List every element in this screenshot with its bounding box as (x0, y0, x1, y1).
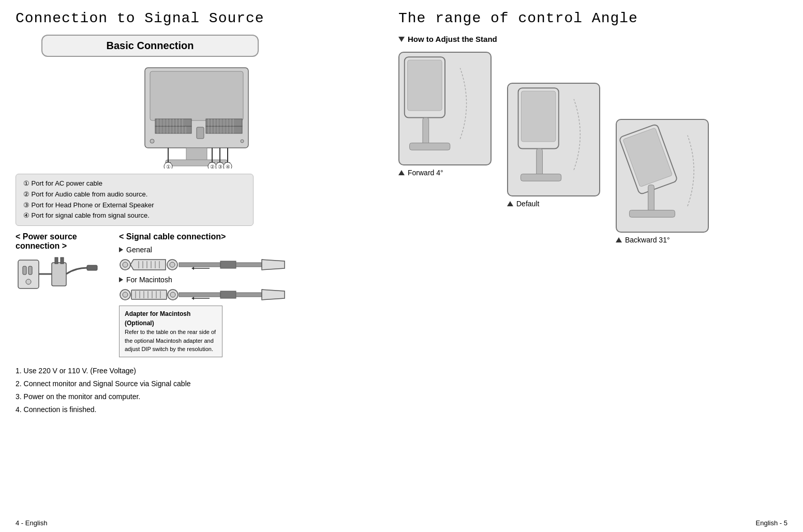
monitor-positions-container: Forward 4° (398, 52, 787, 244)
svg-rect-108 (408, 60, 442, 111)
default-svg (508, 84, 599, 195)
forward-monitor-view (398, 52, 492, 165)
triangle-up-icon-forward (398, 170, 405, 175)
svg-rect-2 (186, 148, 207, 161)
triangle-up-icon-default (507, 201, 513, 206)
svg-rect-45 (197, 127, 204, 139)
port-desc-2: ② Port for Audio cable from audio source… (23, 189, 246, 200)
svg-rect-103 (236, 293, 262, 297)
svg-point-47 (241, 140, 244, 143)
power-plug-svg (16, 255, 109, 301)
footer-right: English - 5 (756, 519, 787, 527)
svg-point-46 (150, 139, 154, 143)
general-row: General (119, 246, 378, 254)
svg-text:④: ④ (226, 164, 230, 169)
default-label-text: Default (516, 200, 539, 208)
power-section-title: < Power source connection > (16, 232, 119, 251)
svg-rect-1 (150, 71, 243, 120)
mac-cable-diagram (119, 287, 378, 302)
svg-rect-102 (220, 291, 236, 298)
instruction-3: 3. Power on the monitor and computer. (16, 390, 378, 403)
svg-rect-117 (648, 185, 655, 213)
svg-rect-68 (52, 263, 66, 286)
backward-svg (617, 120, 708, 232)
forward-label: Forward 4° (398, 169, 443, 177)
power-section: < Power source connection > (16, 232, 119, 357)
svg-marker-106 (262, 290, 285, 300)
svg-rect-83 (179, 263, 220, 267)
backward-label: Backward 31° (616, 236, 670, 244)
position-default: Default (507, 83, 600, 244)
svg-text:③: ③ (218, 164, 222, 169)
right-column: The range of control Angle How to Adjust… (388, 10, 787, 507)
svg-rect-109 (423, 118, 429, 146)
adapter-note-line2: the optional Macintosh adapter and (125, 337, 217, 345)
monitor-diagram: ① ② ③ ④ (16, 65, 378, 169)
adapter-note-line3: adjust DIP switch by the resolution. (125, 345, 217, 354)
svg-rect-101 (179, 293, 220, 297)
backward-monitor-view (616, 119, 709, 233)
port-desc-1: ① Port for AC power cable (23, 178, 246, 189)
general-label: General (126, 246, 152, 254)
forward-label-text: Forward 4° (408, 169, 443, 177)
general-cable-diagram (119, 257, 378, 272)
adapter-note-line1: Refer to the table on the rear side of (125, 328, 217, 337)
footer-left: 4 - English (16, 519, 47, 527)
monitor-back-svg: ① ② ③ ④ (129, 65, 264, 169)
svg-rect-112 (521, 91, 555, 142)
svg-text:②: ② (210, 164, 215, 169)
default-monitor-view (507, 83, 600, 196)
instruction-1: 1. Use 220 V or 110 V. (Free Voltage) (16, 364, 378, 377)
svg-point-82 (170, 262, 175, 267)
svg-marker-105 (191, 297, 194, 300)
svg-rect-66 (28, 266, 32, 275)
mac-cable-svg (119, 287, 295, 302)
svg-rect-114 (521, 174, 561, 181)
page-footer: 4 - English English - 5 (16, 519, 787, 527)
macintosh-row: For Macintosh (119, 276, 378, 284)
svg-rect-71 (87, 265, 97, 270)
left-section-title: Connection to Signal Source (16, 10, 378, 26)
instructions: 1. Use 220 V or 110 V. (Free Voltage) 2.… (16, 364, 378, 417)
position-forward: Forward 4° (398, 52, 492, 244)
svg-point-67 (26, 279, 31, 284)
svg-rect-118 (629, 210, 675, 217)
how-to-adjust-label: How to Adjust the Stand (408, 35, 497, 43)
port-desc-4: ④ Port for signal cable from signal sour… (23, 210, 246, 221)
svg-marker-74 (130, 260, 166, 270)
how-to-adjust-heading: How to Adjust the Stand (398, 35, 787, 43)
svg-marker-87 (191, 267, 194, 270)
basic-connection-box: Basic Connection (41, 35, 259, 57)
port-desc-3: ③ Port for Head Phone or External Speake… (23, 200, 246, 211)
forward-svg (399, 53, 490, 164)
triangle-right-mac (119, 277, 123, 282)
svg-rect-113 (537, 149, 543, 177)
connection-sections: < Power source connection > (16, 232, 378, 357)
triangle-right-general (119, 247, 123, 252)
instruction-4: 4. Connection is finished. (16, 403, 378, 416)
position-backward: Backward 31° (616, 119, 709, 244)
svg-rect-116 (623, 128, 673, 187)
svg-text:①: ① (166, 164, 171, 169)
port-descriptions: ① Port for AC power cable ② Port for Aud… (16, 174, 254, 226)
svg-point-100 (170, 292, 175, 297)
svg-point-73 (123, 262, 128, 267)
svg-marker-88 (262, 260, 285, 270)
svg-rect-65 (23, 266, 26, 275)
adapter-note-title: Adapter for Macintosh (Optional) (125, 309, 217, 328)
svg-point-90 (123, 292, 128, 297)
svg-rect-84 (220, 261, 236, 268)
signal-section-title: < Signal cable connection> (119, 232, 378, 241)
backward-label-text: Backward 31° (625, 236, 670, 244)
svg-rect-69 (55, 257, 58, 264)
adapter-note: Adapter for Macintosh (Optional) Refer t… (119, 306, 222, 357)
triangle-down-icon (398, 37, 405, 42)
svg-rect-91 (131, 290, 167, 299)
svg-rect-110 (410, 143, 450, 150)
left-column: Connection to Signal Source Basic Connec… (16, 10, 388, 507)
macintosh-label: For Macintosh (126, 276, 172, 284)
general-cable-svg (119, 257, 295, 272)
page-container: Connection to Signal Source Basic Connec… (0, 0, 803, 532)
svg-rect-85 (236, 263, 262, 267)
svg-rect-70 (61, 257, 64, 264)
